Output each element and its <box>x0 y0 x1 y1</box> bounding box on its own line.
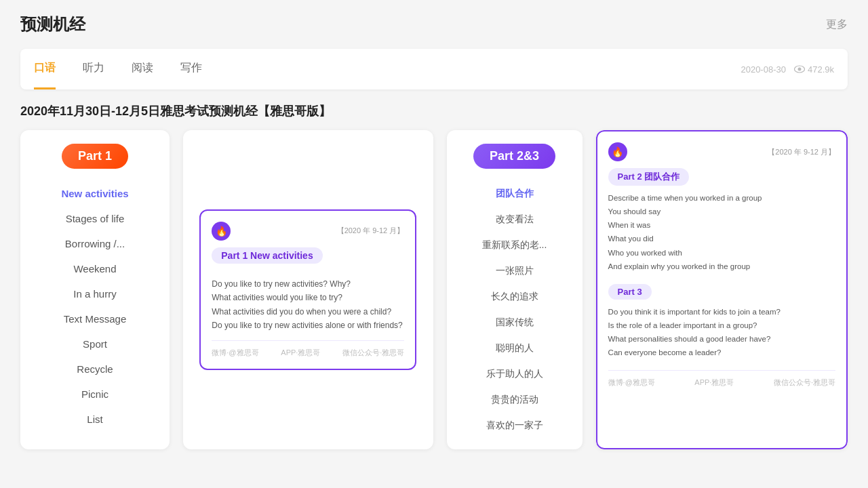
nav-item-borrowing[interactable]: Borrowing /... <box>20 231 170 256</box>
nav-item-new-activities[interactable]: New activities <box>20 181 170 206</box>
card2: 🔥 【2020 年 9-12 月】 Part 2 团队合作 Describe a… <box>596 130 848 449</box>
nav-item-expensive-activity[interactable]: 贵贵的活动 <box>447 387 583 413</box>
header: 预测机经 更多 <box>20 14 848 35</box>
more-button[interactable]: 更多 <box>826 18 848 32</box>
flame-icon: 🔥 <box>212 222 231 241</box>
nav-item-sport[interactable]: Sport <box>20 331 170 357</box>
page-title: 预测机经 <box>20 14 85 35</box>
card1-container: 🔥 【2020 年 9-12 月】 Part 1 New activities … <box>199 209 416 371</box>
card2-date: 【2020 年 9-12 月】 <box>768 147 835 157</box>
nav-item-smart-person[interactable]: 聪明的人 <box>447 336 583 361</box>
nav-item-tradition[interactable]: 国家传统 <box>447 310 583 336</box>
part1-panel: Part 1 New activities Stages of life Bor… <box>20 130 170 449</box>
page-wrapper: 预测机经 更多 口语 听力 阅读 写作 2020-08-30 472.9k 20… <box>0 0 868 488</box>
eye-icon <box>794 65 805 73</box>
nav-item-text-message[interactable]: Text Message <box>20 306 170 331</box>
nav-item-in-a-hurry[interactable]: In a hurry <box>20 281 170 306</box>
nav-item-helpful-person[interactable]: 乐于助人的人 <box>447 361 583 387</box>
right-section: Part 2&3 团队合作 改变看法 重新联系的老... 一张照片 长久的追求 … <box>447 130 848 449</box>
tab-list: 口语 听力 阅读 写作 <box>34 49 741 89</box>
nav-item-favorite-family[interactable]: 喜欢的一家子 <box>447 413 583 439</box>
part23-badge: Part 2&3 <box>473 144 555 169</box>
section-title: 2020年11月30日-12月5日雅思考试预测机经【雅思哥版】 <box>20 103 848 119</box>
svg-point-1 <box>797 68 801 71</box>
tab-speaking[interactable]: 口语 <box>34 49 56 89</box>
card1-footer: 微博·@雅思哥 APP·雅思哥 微信公众号·雅思哥 <box>212 340 404 358</box>
nav-item-stages-of-life[interactable]: Stages of life <box>20 206 170 231</box>
card2-header: 🔥 【2020 年 9-12 月】 <box>608 142 835 161</box>
nav-item-recycle[interactable]: Recycle <box>20 357 170 382</box>
card2-part3-section: Part 3 Do you think it is important for … <box>608 284 835 360</box>
nav-item-weekend[interactable]: Weekend <box>20 256 170 281</box>
card2-display: 🔥 【2020 年 9-12 月】 Part 2 团队合作 Describe a… <box>596 130 848 449</box>
views-count: 472.9k <box>794 64 834 75</box>
card1-display: 🔥 【2020 年 9-12 月】 Part 1 New activities … <box>183 130 433 449</box>
card1-header: 🔥 【2020 年 9-12 月】 <box>212 222 404 241</box>
card1-content: Do you like to try new activities? Why? … <box>212 277 404 333</box>
tab-writing[interactable]: 写作 <box>180 49 202 89</box>
part23-nav-list: 团队合作 改变看法 重新联系的老... 一张照片 长久的追求 国家传统 聪明的人… <box>447 176 583 449</box>
tab-meta: 2020-08-30 472.9k <box>741 64 834 75</box>
part1-nav-list: New activities Stages of life Borrowing … <box>20 176 170 443</box>
card2-part2-label: Part 2 团队合作 <box>608 168 690 186</box>
card2-part3-label: Part 3 <box>608 284 652 300</box>
card2-part2-content: Describe a time when you worked in a gro… <box>608 191 835 273</box>
card2-flame-icon: 🔥 <box>608 142 627 161</box>
part23-panel: Part 2&3 团队合作 改变看法 重新联系的老... 一张照片 长久的追求 … <box>447 130 583 449</box>
main-content: Part 1 New activities Stages of life Bor… <box>20 130 848 449</box>
tab-listening[interactable]: 听力 <box>83 49 104 89</box>
card1: 🔥 【2020 年 9-12 月】 Part 1 New activities … <box>199 209 416 371</box>
nav-item-pursuit[interactable]: 长久的追求 <box>447 284 583 310</box>
nav-item-photo[interactable]: 一张照片 <box>447 258 583 284</box>
card1-date: 【2020 年 9-12 月】 <box>337 226 405 236</box>
nav-item-reconnect[interactable]: 重新联系的老... <box>447 232 583 258</box>
card2-part3-content: Do you think it is important for kids to… <box>608 305 835 360</box>
tab-reading[interactable]: 阅读 <box>132 49 153 89</box>
nav-item-teamwork[interactable]: 团队合作 <box>447 181 583 207</box>
card2-footer: 微博·@雅思哥 APP·雅思哥 微信公众号·雅思哥 <box>608 370 835 388</box>
nav-item-picnic[interactable]: Picnic <box>20 382 170 407</box>
part1-header: Part 1 <box>20 130 170 176</box>
card1-part-label: Part 1 New activities <box>212 247 322 264</box>
tab-bar: 口语 听力 阅读 写作 2020-08-30 472.9k <box>20 49 848 89</box>
nav-item-change-view[interactable]: 改变看法 <box>447 207 583 232</box>
card2-part2-section: Part 2 团队合作 Describe a time when you wor… <box>608 168 835 273</box>
part23-header: Part 2&3 <box>447 130 583 176</box>
date-label: 2020-08-30 <box>741 64 786 75</box>
part1-badge: Part 1 <box>62 144 128 169</box>
nav-item-list[interactable]: List <box>20 407 170 432</box>
